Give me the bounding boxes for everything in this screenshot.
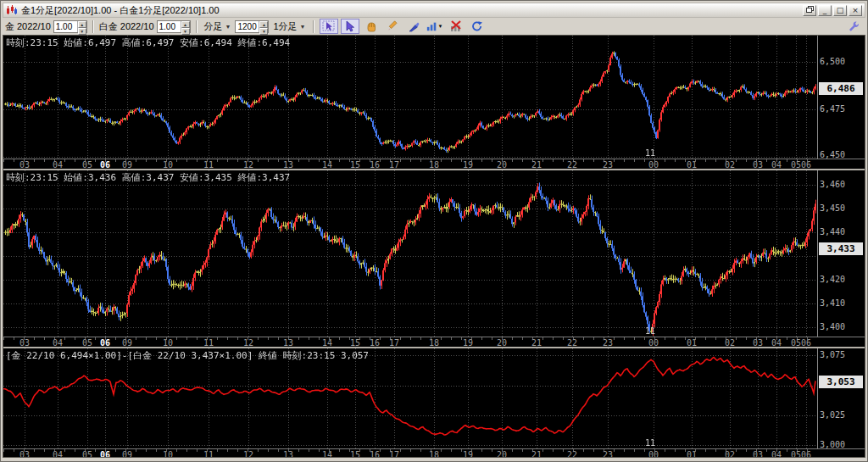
time-tick-label: 13	[283, 450, 293, 458]
platinum-ohlc-readout: 時刻:23:15 始値:3,436 高値:3,437 安値:3,435 終値:3…	[6, 171, 290, 184]
gold-multiplier-input[interactable]	[54, 21, 77, 32]
platinum-multiplier-up-icon[interactable]: ▲	[181, 21, 190, 28]
gold-multiplier-spinner: ▲ ▼	[53, 20, 87, 33]
time-tick-label: 05	[82, 450, 92, 458]
gold-ohlc-readout: 時刻:23:15 始値:6,497 高値:6,497 安値:6,494 終値:6…	[6, 36, 290, 49]
select-cursor-button[interactable]	[341, 19, 359, 34]
fountain-pen-icon	[407, 20, 420, 32]
hand-icon	[364, 20, 378, 32]
time-tick-label: 04	[771, 450, 782, 458]
month-marker: 11	[645, 438, 655, 448]
time-tick-label: 02	[725, 450, 735, 458]
maximize-button[interactable]: □	[833, 5, 847, 16]
delete-chart-icon	[449, 20, 463, 32]
price-tick-label: 3,410	[820, 298, 845, 308]
gold-chart-panel: 時刻:23:15 始値:6,497 高値:6,497 安値:6,494 終値:6…	[3, 36, 865, 169]
bar-count-spinner: ▲ ▼	[235, 20, 269, 33]
platinum-chart-panel: 時刻:23:15 始値:3,436 高値:3,437 安値:3,435 終値:3…	[3, 170, 865, 347]
title-bar[interactable]: 金1分足[2022/10]1.00 - 白金1分足[2022/10]1.00 _…	[3, 3, 865, 18]
time-tick-label: 20	[497, 450, 507, 458]
platinum-contract-month[interactable]: 2022/10	[120, 21, 154, 31]
time-tick-label: 17	[389, 450, 399, 458]
spread-time-axis: 0304050609101112131415161718192021222300…	[3, 448, 865, 458]
draw-fib-button[interactable]	[404, 19, 423, 34]
time-tick-label: 18	[429, 450, 439, 458]
gold-multiplier-up-icon[interactable]: ▲	[78, 21, 86, 28]
toolbar-separator	[313, 20, 314, 33]
price-tick-label: 3,025	[820, 410, 845, 420]
wrench-icon	[848, 20, 860, 32]
bar-count-down-icon[interactable]: ▼	[259, 28, 268, 35]
pencil-icon	[386, 20, 399, 32]
interval-dropdown[interactable]: 1分足 ▼	[271, 19, 307, 33]
time-tick-label: 03	[753, 450, 763, 458]
time-tick-label: 14	[322, 450, 332, 458]
spread-formula-readout: [金 22/10 6,494×1.00]-[白金 22/10 3,437×1.0…	[6, 349, 369, 362]
time-tick-label: 22	[567, 450, 577, 458]
indicator-button[interactable]: ▼	[426, 19, 444, 34]
track-cursor-icon	[322, 20, 336, 32]
settings-button[interactable]	[844, 19, 863, 34]
candlestick-app-icon	[6, 5, 18, 15]
close-button[interactable]: ×	[849, 5, 862, 16]
time-tick-label: 03	[19, 450, 30, 458]
price-tick-label: 3,075	[820, 350, 845, 359]
current-price-marker: 3,433	[819, 242, 863, 255]
price-tick-label: 6,500	[820, 57, 845, 66]
chart-window: 金1分足[2022/10]1.00 - 白金1分足[2022/10]1.00 _…	[0, 0, 868, 462]
chevron-down-icon: ▼	[438, 24, 443, 29]
spread-line-plot[interactable]	[3, 348, 818, 448]
price-tick-label: 3,000	[820, 440, 845, 449]
spread-price-axis: 3,0753,0253,0003,053	[818, 348, 865, 458]
bar-count-input[interactable]	[236, 21, 259, 32]
time-tick-label: 10	[163, 450, 173, 458]
price-tick-label: 3,400	[820, 322, 845, 331]
platinum-multiplier-down-icon[interactable]: ▼	[181, 28, 190, 35]
toolbar-separator	[196, 20, 198, 33]
time-tick-label: 21	[531, 450, 542, 458]
interval-value: 1分足	[273, 20, 297, 33]
gold-label: 金	[5, 20, 14, 33]
price-tick-label: 3,420	[820, 275, 845, 284]
time-tick-label: 11	[203, 450, 214, 458]
time-tick-label: 04	[53, 450, 63, 458]
track-cursor-button[interactable]	[320, 19, 338, 34]
time-tick-label: 00	[648, 450, 659, 458]
gold-multiplier-down-icon[interactable]: ▼	[78, 28, 86, 35]
platinum-multiplier-spinner: ▲ ▼	[157, 20, 191, 33]
month-marker: 11	[645, 148, 655, 158]
gold-candlestick-plot[interactable]	[3, 36, 818, 159]
delete-indicator-button[interactable]	[447, 19, 465, 34]
toolbar: 金 2022/10 ▲ ▼ 白金 2022/10 ▲ ▼ 分足 ▼ ▲	[3, 18, 865, 35]
chart-area: 時刻:23:15 始値:6,497 高値:6,497 安値:6,494 終値:6…	[3, 35, 865, 458]
refresh-button[interactable]	[468, 19, 487, 34]
current-price-marker: 3,053	[819, 376, 863, 388]
chart-type-value: 分足	[204, 20, 223, 33]
time-tick-label: 05	[791, 450, 801, 458]
time-tick-label: 19	[463, 450, 473, 458]
bar-count-up-icon[interactable]: ▲	[259, 21, 268, 28]
time-tick-label: 01	[687, 450, 697, 458]
pan-button[interactable]	[362, 19, 381, 34]
window-title: 金1分足[2022/10]1.00 - 白金1分足[2022/10]1.00	[21, 4, 799, 17]
minimize-button[interactable]: _	[818, 5, 832, 16]
platinum-candlestick-plot[interactable]	[3, 170, 818, 337]
price-tick-label: 3,440	[820, 227, 845, 237]
platinum-time-axis: 0304050609101112131415161718192021222300…	[3, 337, 865, 347]
chart-type-dropdown[interactable]: 分足 ▼	[203, 19, 233, 33]
time-tick-label: 12	[243, 450, 253, 458]
platinum-multiplier-input[interactable]	[158, 21, 181, 32]
time-tick-label: 06	[801, 450, 811, 458]
refresh-icon	[470, 20, 484, 32]
draw-line-button[interactable]	[383, 19, 402, 34]
platinum-label: 白金	[99, 20, 118, 33]
current-price-marker: 6,486	[819, 82, 863, 95]
toolbar-separator	[92, 20, 94, 33]
bar-chart-icon	[426, 20, 437, 32]
price-tick-label: 3,450	[820, 203, 845, 213]
gold-contract-month[interactable]: 2022/10	[17, 21, 51, 31]
month-marker: 11	[645, 326, 655, 336]
gold-time-axis: 0304050609101112131415161718192021222300…	[3, 159, 865, 169]
price-tick-label: 6,450	[820, 150, 845, 159]
cascade-button[interactable]	[803, 5, 816, 16]
